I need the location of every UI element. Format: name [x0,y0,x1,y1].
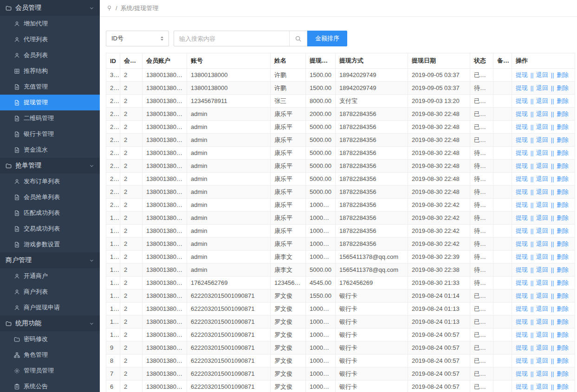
withdraw-link[interactable]: 提现 [516,227,528,234]
sidebar-item-system-announcement[interactable]: 系统公告 [0,379,100,392]
refund-link[interactable]: 退回 [536,227,548,234]
refund-link[interactable]: 退回 [536,305,548,312]
sidebar-item-change-password[interactable]: 密码修改 [0,331,100,347]
delete-link[interactable]: 删除 [557,383,569,390]
delete-link[interactable]: 删除 [557,71,569,78]
sidebar-item-bank-card-management[interactable]: 银行卡管理 [0,126,100,142]
search-button[interactable] [289,31,307,46]
refund-link[interactable]: 退回 [536,253,548,260]
withdraw-link[interactable]: 提现 [516,110,528,117]
delete-link[interactable]: 删除 [557,175,569,182]
delete-link[interactable]: 删除 [557,331,569,338]
refund-link[interactable]: 退回 [536,214,548,221]
withdraw-link[interactable]: 提现 [516,344,528,351]
refund-link[interactable]: 退回 [536,292,548,299]
sidebar-item-member-list[interactable]: 会员列表 [0,47,100,63]
amount-sort-button[interactable]: 金额排序 [307,31,347,46]
delete-link[interactable]: 删除 [557,149,569,156]
withdraw-link[interactable]: 提现 [516,318,528,325]
delete-link[interactable]: 删除 [557,357,569,364]
withdraw-link[interactable]: 提现 [516,305,528,312]
sidebar-item-withdraw-management[interactable]: 提现管理 [0,95,100,110]
refund-link[interactable]: 退回 [536,383,548,390]
sidebar-item-match-success-list[interactable]: 匹配成功列表 [0,205,100,221]
sidebar-item-open-merchant[interactable]: 开通商户 [0,268,100,284]
sidebar-item-agent-list[interactable]: 代理列表 [0,32,100,47]
delete-link[interactable]: 删除 [557,136,569,143]
delete-link[interactable]: 删除 [557,110,569,117]
withdraw-link[interactable]: 提现 [516,97,528,104]
withdraw-link[interactable]: 提现 [516,253,528,260]
sidebar-item-referral-structure[interactable]: 推荐结构 [0,63,100,79]
search-field-select[interactable]: ID号 [106,31,169,46]
withdraw-link[interactable]: 提现 [516,266,528,273]
withdraw-link[interactable]: 提现 [516,214,528,221]
withdraw-link[interactable]: 提现 [516,136,528,143]
withdraw-link[interactable]: 提现 [516,240,528,247]
refund-link[interactable]: 退回 [536,84,548,91]
delete-link[interactable]: 删除 [557,266,569,273]
delete-link[interactable]: 删除 [557,84,569,91]
withdraw-link[interactable]: 提现 [516,71,528,78]
refund-link[interactable]: 退回 [536,357,548,364]
refund-link[interactable]: 退回 [536,110,548,117]
refund-link[interactable]: 退回 [536,71,548,78]
delete-link[interactable]: 删除 [557,240,569,247]
sidebar-item-add-agent[interactable]: 增加代理 [0,16,100,32]
sidebar-item-merchant-list[interactable]: 商户列表 [0,284,100,300]
delete-link[interactable]: 删除 [557,123,569,130]
sidebar-section-order-grab-management[interactable]: 抢单管理 [0,158,100,174]
refund-link[interactable]: 退回 [536,149,548,156]
delete-link[interactable]: 删除 [557,188,569,195]
refund-link[interactable]: 退回 [536,318,548,325]
withdraw-link[interactable]: 提现 [516,201,528,208]
delete-link[interactable]: 删除 [557,214,569,221]
sidebar-item-member-grab-list[interactable]: 会员抢单列表 [0,189,100,205]
refund-link[interactable]: 退回 [536,201,548,208]
delete-link[interactable]: 删除 [557,318,569,325]
withdraw-link[interactable]: 提现 [516,331,528,338]
refund-link[interactable]: 退回 [536,279,548,286]
sidebar-item-qrcode-management[interactable]: 二维码管理 [0,110,100,126]
refund-link[interactable]: 退回 [536,344,548,351]
delete-link[interactable]: 删除 [557,344,569,351]
sidebar-item-merchant-withdraw-apply[interactable]: 商户提现申请 [0,300,100,315]
refund-link[interactable]: 退回 [536,370,548,377]
refund-link[interactable]: 退回 [536,188,548,195]
delete-link[interactable]: 删除 [557,279,569,286]
sidebar-item-admin-management[interactable]: 管理员管理 [0,363,100,379]
refund-link[interactable]: 退回 [536,331,548,338]
delete-link[interactable]: 删除 [557,201,569,208]
withdraw-link[interactable]: 提现 [516,279,528,286]
refund-link[interactable]: 退回 [536,136,548,143]
withdraw-link[interactable]: 提现 [516,123,528,130]
withdraw-link[interactable]: 提现 [516,188,528,195]
withdraw-link[interactable]: 提现 [516,383,528,390]
delete-link[interactable]: 删除 [557,253,569,260]
delete-link[interactable]: 删除 [557,227,569,234]
sidebar-item-trade-success-list[interactable]: 交易成功列表 [0,221,100,237]
sidebar-section-merchant-management[interactable]: 商户管理 [0,252,100,268]
withdraw-link[interactable]: 提现 [516,292,528,299]
refund-link[interactable]: 退回 [536,175,548,182]
withdraw-link[interactable]: 提现 [516,162,528,169]
refund-link[interactable]: 退回 [536,123,548,130]
delete-link[interactable]: 删除 [557,370,569,377]
delete-link[interactable]: 删除 [557,97,569,104]
sidebar-section-general-functions[interactable]: 统用功能 [0,315,100,331]
refund-link[interactable]: 退回 [536,97,548,104]
delete-link[interactable]: 删除 [557,162,569,169]
sidebar-item-recharge-management[interactable]: 充值管理 [0,79,100,95]
withdraw-link[interactable]: 提现 [516,175,528,182]
delete-link[interactable]: 删除 [557,305,569,312]
refund-link[interactable]: 退回 [536,240,548,247]
sidebar-item-game-params[interactable]: 游戏参数设置 [0,237,100,252]
delete-link[interactable]: 删除 [557,292,569,299]
withdraw-link[interactable]: 提现 [516,149,528,156]
refund-link[interactable]: 退回 [536,162,548,169]
refund-link[interactable]: 退回 [536,266,548,273]
withdraw-link[interactable]: 提现 [516,370,528,377]
sidebar-item-publish-order-list[interactable]: 发布订单列表 [0,174,100,189]
withdraw-link[interactable]: 提现 [516,84,528,91]
withdraw-link[interactable]: 提现 [516,357,528,364]
